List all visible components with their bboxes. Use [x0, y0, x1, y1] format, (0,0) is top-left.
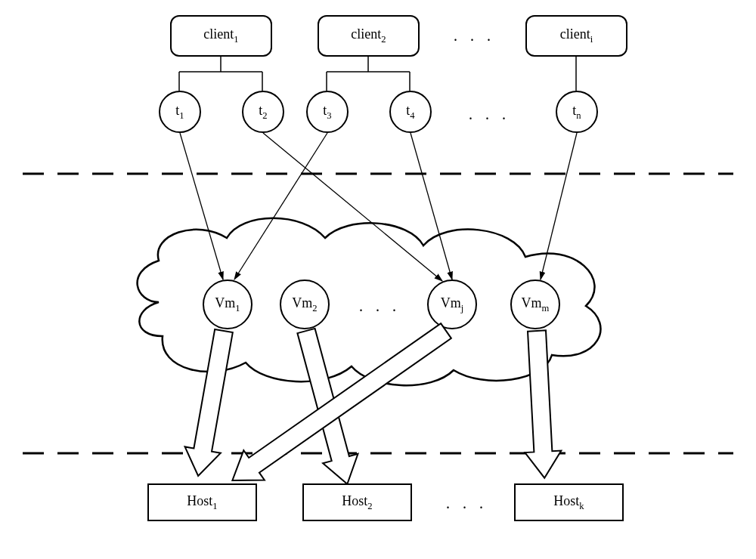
dashed-separators: [0, 0, 756, 559]
client-label: clienti: [560, 26, 593, 45]
task-vm-arrows: [0, 0, 756, 559]
task-t3: t3: [306, 91, 349, 133]
host-label: Hostk: [553, 493, 584, 512]
svg-line-11: [180, 133, 223, 280]
task-t4: t4: [389, 91, 432, 133]
vm-2: Vm2: [280, 280, 330, 329]
vm-1: Vm1: [203, 280, 253, 329]
svg-line-13: [234, 133, 327, 280]
svg-line-14: [411, 133, 452, 280]
ellipsis: . . .: [454, 27, 495, 45]
host-2: Host2: [302, 483, 412, 521]
host-k: Hostk: [514, 483, 624, 521]
ellipsis: . . .: [469, 106, 510, 123]
task-label: t4: [406, 103, 414, 122]
vm-label: Vm1: [215, 295, 240, 314]
vm-j: Vmj: [427, 280, 477, 329]
diagram-canvas: client1 client2 . . . clienti t1 t2 t3 t…: [0, 0, 756, 559]
task-tn: tn: [556, 91, 598, 133]
vm-label: Vmj: [441, 295, 464, 314]
vm-m: Vmm: [510, 280, 560, 329]
vm-label: Vm2: [292, 295, 317, 314]
host-1: Host1: [147, 483, 257, 521]
task-label: tn: [572, 103, 581, 122]
client-box-i: clienti: [525, 15, 627, 57]
client-label: client2: [351, 26, 386, 45]
ellipsis: . . .: [359, 298, 401, 315]
task-t2: t2: [242, 91, 284, 133]
client-box-2: client2: [318, 15, 420, 57]
vm-host-block-arrows: [0, 0, 756, 559]
client-label: client1: [203, 26, 238, 45]
task-label: t3: [323, 103, 331, 122]
vm-label: Vmm: [522, 295, 550, 314]
host-label: Host2: [342, 493, 372, 512]
ellipsis: . . .: [446, 495, 488, 512]
client-box-1: client1: [170, 15, 272, 57]
svg-line-12: [263, 133, 442, 281]
cloud-shape: [0, 0, 756, 559]
task-label: t1: [175, 103, 184, 122]
client-task-forks: [0, 0, 756, 559]
task-label: t2: [259, 103, 267, 122]
task-t1: t1: [159, 91, 201, 133]
svg-line-15: [541, 133, 577, 280]
host-label: Host1: [187, 493, 217, 512]
